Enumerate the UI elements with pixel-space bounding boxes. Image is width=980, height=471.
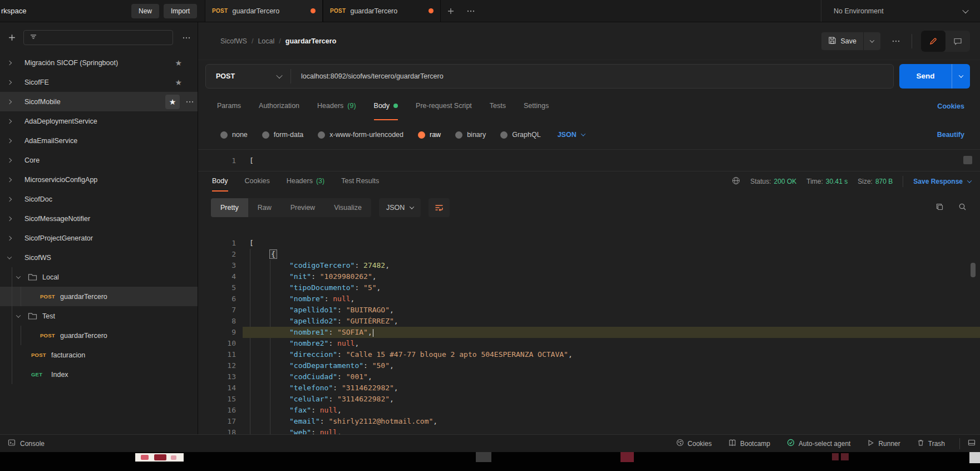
response-language-selector[interactable]: JSON [379, 198, 421, 217]
sidebar-request-row[interactable]: GETIndex [0, 365, 198, 384]
search-icon[interactable] [958, 203, 967, 213]
sidebar-collection-row[interactable]: SicofMessageNotifier [0, 209, 198, 228]
view-tab-pretty[interactable]: Pretty [211, 198, 248, 217]
sidebar-collection-row[interactable]: Migración SICOF (Springboot)★ [0, 53, 198, 72]
chevron-right-icon[interactable] [8, 61, 11, 65]
response-tab-headers[interactable]: Headers(3) [287, 171, 325, 192]
sidebar-add-button[interactable] [6, 33, 18, 42]
save-button[interactable]: Save [821, 32, 864, 50]
copy-icon[interactable] [935, 203, 944, 213]
sidebar-filter-input[interactable] [23, 30, 173, 45]
beautify-link[interactable]: Beautify [937, 131, 964, 139]
sidebar-collection-row[interactable]: AdaDeploymentService [0, 111, 198, 131]
console-button[interactable]: Console [8, 439, 45, 448]
sidebar-collection-row[interactable]: SicofDoc [0, 189, 198, 209]
chevron-right-icon[interactable] [8, 198, 11, 201]
response-tab-body[interactable]: Body [212, 171, 228, 192]
save-options-button[interactable] [863, 32, 880, 50]
chevron-down-icon[interactable] [8, 256, 11, 259]
chevron-right-icon[interactable] [8, 120, 11, 123]
chevron-right-icon[interactable] [8, 139, 11, 143]
chevron-down-icon[interactable] [17, 276, 20, 279]
sidebar-collection-row[interactable]: Core [0, 150, 198, 170]
body-language-selector[interactable]: JSON [558, 131, 585, 139]
sidebar-collection-row[interactable]: SicofWS [0, 248, 198, 267]
sidebar-folder-row[interactable]: Test [0, 306, 198, 326]
response-body-viewer[interactable]: 1[2{3"codigoTercero": 27482,4"nit": "102… [198, 224, 980, 434]
tab-overflow-button[interactable] [461, 0, 481, 22]
view-tab-raw[interactable]: Raw [248, 198, 281, 217]
breadcrumb-folder[interactable]: Local [258, 37, 274, 45]
url-input[interactable]: localhost:8092/sicofws/tercero/guardarTe… [291, 72, 893, 80]
chevron-right-icon[interactable] [8, 81, 11, 84]
tab-authorization[interactable]: Authorization [259, 92, 299, 120]
sidebar-request-row[interactable]: POSTfacturacion [0, 345, 198, 365]
panel-toggle-icon[interactable] [968, 439, 976, 448]
response-tab-test-results[interactable]: Test Results [341, 171, 379, 192]
statusbar-item-bootcamp[interactable]: Bootcamp [728, 439, 770, 448]
sidebar-collection-row[interactable]: MicroservicioConfigApp [0, 170, 198, 189]
sidebar-folder-row[interactable]: Local [0, 267, 198, 287]
sidebar-request-row[interactable]: POSTguardarTercero [0, 326, 198, 345]
sidebar-request-row[interactable]: POSTguardarTercero [0, 287, 198, 306]
body-mode-form-data[interactable]: form-data [262, 131, 304, 139]
sidebar-more-button[interactable] [179, 34, 194, 42]
edit-request-button[interactable] [921, 31, 945, 52]
sidebar-collection-row[interactable]: SicofFE★ [0, 72, 198, 92]
new-button[interactable]: New [131, 4, 159, 18]
statusbar-item-runner[interactable]: Runner [867, 439, 900, 448]
star-icon[interactable]: ★ [175, 58, 182, 67]
star-icon[interactable]: ★ [175, 78, 182, 87]
body-mode-none[interactable]: none [220, 131, 248, 139]
statusbar-item-cookies[interactable]: Cookies [676, 439, 712, 448]
statusbar-item-auto-select-agent[interactable]: Auto-select agent [787, 439, 850, 448]
chevron-right-icon[interactable] [8, 159, 11, 162]
view-tab-visualize[interactable]: Visualize [324, 198, 371, 217]
sidebar-collection-row[interactable]: SicofProjectGenerator [0, 228, 198, 248]
globe-icon[interactable] [732, 176, 740, 187]
workspace-label[interactable]: rkspace [1, 7, 27, 15]
star-icon[interactable]: ★ [165, 95, 180, 109]
chevron-down-icon[interactable] [17, 315, 20, 318]
tab-tests[interactable]: Tests [490, 92, 506, 120]
save-response-button[interactable]: Save Response [913, 178, 971, 185]
editor-scrollbar[interactable] [963, 156, 972, 164]
request-tab[interactable]: POSTguardarTercero [205, 0, 323, 22]
more-horizontal-icon[interactable] [183, 98, 196, 106]
chevron-right-icon[interactable] [8, 217, 11, 220]
body-mode-x-www-form-urlencoded[interactable]: x-www-form-urlencoded [318, 131, 403, 139]
view-tab-preview[interactable]: Preview [281, 198, 324, 217]
cookies-link[interactable]: Cookies [937, 102, 964, 110]
add-tab-button[interactable] [441, 0, 461, 22]
chevron-right-icon[interactable] [8, 178, 11, 181]
chevron-right-icon[interactable] [8, 237, 11, 240]
request-more-button[interactable] [892, 37, 900, 45]
response-scrollbar[interactable] [971, 263, 976, 277]
body-mode-binary[interactable]: binary [455, 131, 486, 139]
method-selector[interactable]: POST [206, 72, 290, 80]
send-options-button[interactable] [952, 64, 970, 89]
sidebar-collection-row[interactable]: SicofMobile★ [0, 92, 198, 111]
tab-headers[interactable]: Headers(9) [317, 92, 356, 120]
body-mode-GraphQL[interactable]: GraphQL [500, 131, 540, 139]
breadcrumb-request-name[interactable]: guardarTercero [285, 37, 336, 45]
import-button[interactable]: Import [164, 4, 197, 18]
request-body-editor[interactable]: 1 [ [198, 149, 980, 171]
sidebar-collection-row[interactable]: AdaEmailService [0, 131, 198, 150]
wrap-lines-button[interactable] [429, 198, 450, 217]
body-mode-raw[interactable]: raw [418, 131, 441, 139]
tab-params[interactable]: Params [217, 92, 241, 120]
response-tab-cookies[interactable]: Cookies [245, 171, 270, 192]
breadcrumb-collection[interactable]: SicofWS [220, 37, 247, 45]
send-button[interactable]: Send [899, 64, 952, 89]
code-tokens: "web": null, [289, 427, 342, 434]
tab-settings[interactable]: Settings [524, 92, 549, 120]
chevron-right-icon[interactable] [8, 100, 11, 104]
comment-button[interactable] [945, 31, 970, 52]
request-tab[interactable]: POSTguardarTercero [323, 0, 441, 22]
statusbar-item-trash[interactable]: Trash [917, 439, 945, 448]
tab-pre-request-script[interactable]: Pre-request Script [416, 92, 472, 120]
environment-selector[interactable]: No Environment [821, 0, 980, 22]
token-p: : [328, 328, 337, 336]
tab-body[interactable]: Body [374, 92, 398, 120]
